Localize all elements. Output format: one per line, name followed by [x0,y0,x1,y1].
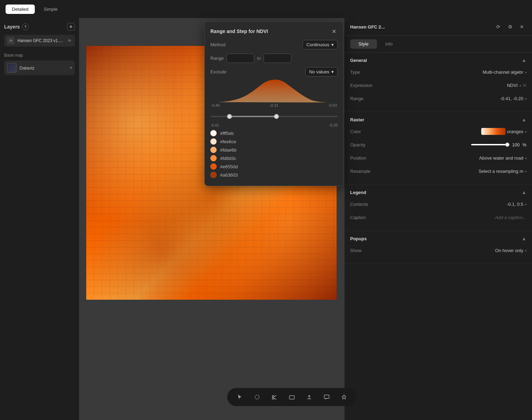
layers-help-icon[interactable]: ? [22,23,29,30]
popup-overlay: Range and Step for NDVI ✕ Method Continu… [79,18,218,183]
popup-close-button[interactable]: ✕ [330,27,338,35]
slider-left-value: -0.41 [210,123,219,127]
range-to-input[interactable]: -0.202 [264,54,291,63]
position-chevron-icon: ◂ [525,156,526,160]
show-chevron-icon: ◂ [525,249,526,252]
range-thumb-left[interactable] [227,114,232,119]
exclude-chevron-icon: ▾ [331,69,334,74]
color-hex-4: #fd8d3c [220,156,236,161]
settings-icon[interactable]: ⚙ [506,22,515,31]
range-row: Range -0.41, -0.20 ◂ [350,94,526,103]
exclude-select[interactable]: No values ▾ [305,67,338,76]
opacity-row: Opacity 100 % [350,140,526,150]
type-value-container[interactable]: Multi-channel algebr ◂ [483,70,526,75]
opacity-thumb[interactable] [505,143,509,147]
position-value-container[interactable]: Above water and road ◂ [479,155,526,161]
tool-frame-button[interactable] [286,391,297,403]
tool-select-button[interactable] [234,391,245,403]
general-section-header: General ▲ [350,57,526,63]
raster-collapse-icon[interactable]: ▲ [522,117,526,122]
show-value-container[interactable]: On hover only ◂ [495,248,526,253]
histogram-svg [212,79,336,103]
legend-title: Legend [350,190,366,195]
color-circle-3 [210,147,217,153]
legend-collapse-icon[interactable]: ▲ [522,189,526,195]
method-select[interactable]: Continuous ▾ [303,40,338,49]
tab-simple[interactable]: Simple [38,5,64,14]
range-fill [229,116,276,117]
raster-section: Raster ▲ Color oranges ◂ Opacity 100 % [345,112,532,185]
popups-collapse-icon[interactable]: ▲ [522,236,526,241]
color-item-2[interactable]: #fee6ce [210,138,338,145]
tab-detailed[interactable]: Detailed [6,5,35,14]
color-value: oranges [507,129,523,134]
expression-value-container[interactable]: NDVI ◂ [507,83,521,88]
layers-section-title: Layers ? + [4,23,75,31]
range-slider[interactable] [210,111,338,122]
range-row: Range -0.409 to -0.202 [210,54,338,63]
close-panel-button[interactable]: ✕ [517,22,526,31]
caption-input[interactable]: Add a caption... [495,215,526,220]
range-from-input[interactable]: -0.409 [226,54,254,63]
color-chevron-icon: ◂ [525,130,526,134]
right-panel-header: Hansen GFC 2... ⟳ ⚙ ✕ [345,18,532,36]
tool-comments-button[interactable] [321,391,332,403]
range-to-text: to [257,56,261,61]
opacity-unit: % [522,142,526,147]
slider-right-value: -0.20 [329,123,338,127]
layer-item[interactable]: ⟳ Hansen GFC 2023 v1.11... 👁 [4,35,75,47]
range-label: Range [210,56,224,61]
caption-row: Caption Add a caption... [350,212,526,222]
exclude-row: Exclude No values ▾ [210,67,338,76]
color-value-container[interactable]: oranges ◂ [481,128,526,135]
tool-lasso-button[interactable] [251,391,263,403]
tool-magic-button[interactable] [338,391,349,403]
color-item-6[interactable]: #a63603 [210,172,338,178]
tab-style[interactable]: Style [350,39,377,49]
svg-rect-6 [324,395,329,398]
expression-row: Expression NDVI ◂ to [350,80,526,90]
legend-section: Legend ▲ Contents -0.1, 0.5 ◂ Caption Ad… [345,185,532,231]
tool-upload-button[interactable] [304,391,315,403]
refresh-icon[interactable]: ⟳ [494,22,503,31]
histogram-x-left: -0.46 [211,103,220,107]
color-circle-6 [210,172,217,178]
tab-info[interactable]: Info [377,39,401,49]
basemap-label: Base map [4,53,75,58]
basemap-thumbnail [7,63,17,73]
position-value: Above water and road [479,155,523,161]
basemap-selector[interactable]: Dataviz ▾ [4,60,75,75]
legend-section-header: Legend ▲ [350,189,526,195]
range-chevron-icon: ◂ [525,97,526,100]
opacity-container[interactable]: 100 % [471,142,526,147]
add-layer-button[interactable]: + [67,23,75,31]
popups-section-header: Popups ▲ [350,236,526,241]
general-collapse-icon[interactable]: ▲ [522,57,526,63]
contents-value-container[interactable]: -0.1, 0.5 ◂ [507,202,526,207]
resample-value-container[interactable]: Select a resampling m ◂ [478,169,526,174]
expression-label: Expression [350,83,381,88]
expression-value: NDVI [507,83,518,88]
range-thumb-right[interactable] [274,114,279,119]
histogram-x-mid: -0.31 [269,103,278,107]
opacity-fill [471,144,509,145]
svg-point-1 [272,396,274,397]
tool-scissors-button[interactable] [269,391,280,403]
color-item-3[interactable]: #fdae6b [210,147,338,153]
color-circle-4 [210,155,217,161]
color-row: Color oranges ◂ [350,127,526,136]
range-step-popup: Range and Step for NDVI ✕ Method Continu… [204,22,344,186]
expression-chevron-icon: ◂ [519,83,521,87]
color-hex-1: #fff5eb [220,131,234,136]
panel-title: Hansen GFC 2... [350,24,385,30]
color-item-1[interactable]: #fff5eb [210,130,338,136]
range-value-container[interactable]: -0.41, -0.20 ◂ [500,96,527,101]
color-item-5[interactable]: #e6550d [210,163,338,170]
show-row: Show On hover only ◂ [350,245,526,255]
color-item-4[interactable]: #fd8d3c [210,155,338,161]
histogram: -0.46 -0.31 -0.03 [210,81,338,108]
opacity-value: 100 [512,142,520,147]
basemap-chevron-icon: ▾ [70,65,72,70]
layer-visibility-icon[interactable]: 👁 [67,38,72,43]
bottom-toolbar [227,388,356,406]
